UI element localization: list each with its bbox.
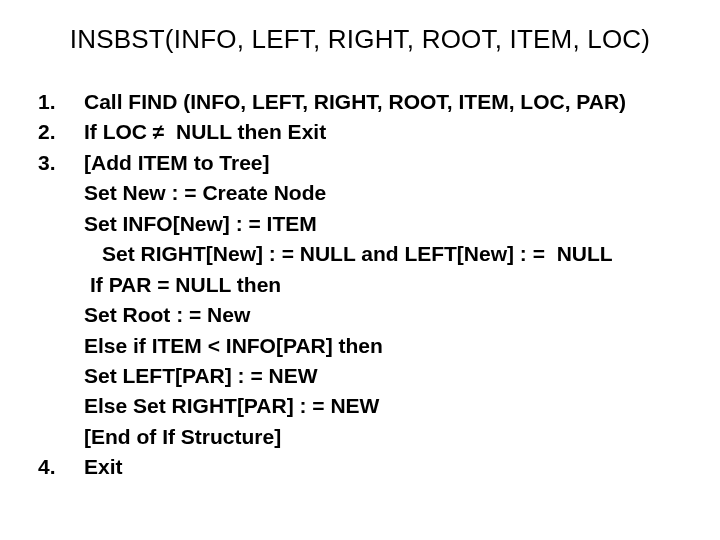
line-text: Else if ITEM < INFO[PAR] then <box>84 331 690 361</box>
line-text: Else Set RIGHT[PAR] : = NEW <box>84 391 690 421</box>
line-number: 3. <box>30 148 84 178</box>
line-text: [End of If Structure] <box>84 422 690 452</box>
algo-line: Else if ITEM < INFO[PAR] then <box>30 331 690 361</box>
algo-line: 2. If LOC ≠ NULL then Exit <box>30 117 690 147</box>
algo-line: 1. Call FIND (INFO, LEFT, RIGHT, ROOT, I… <box>30 87 690 117</box>
line-text: Set LEFT[PAR] : = NEW <box>84 361 690 391</box>
algo-line: Set RIGHT[New] : = NULL and LEFT[New] : … <box>30 239 690 269</box>
algo-line: [End of If Structure] <box>30 422 690 452</box>
algo-line: 3. [Add ITEM to Tree] <box>30 148 690 178</box>
line-text: Exit <box>84 452 690 482</box>
algo-line: Set Root : = New <box>30 300 690 330</box>
line-text: Set Root : = New <box>84 300 690 330</box>
line-text: Set New : = Create Node <box>84 178 690 208</box>
algo-line: Set New : = Create Node <box>30 178 690 208</box>
algo-line: Set LEFT[PAR] : = NEW <box>30 361 690 391</box>
line-text: Set INFO[New] : = ITEM <box>84 209 690 239</box>
line-text: [Add ITEM to Tree] <box>84 148 690 178</box>
line-text: If PAR = NULL then <box>84 270 690 300</box>
line-text: If LOC ≠ NULL then Exit <box>84 117 690 147</box>
algo-line: Set INFO[New] : = ITEM <box>30 209 690 239</box>
line-text: Call FIND (INFO, LEFT, RIGHT, ROOT, ITEM… <box>84 87 690 117</box>
algorithm-body: 1. Call FIND (INFO, LEFT, RIGHT, ROOT, I… <box>30 87 690 483</box>
algo-line: Else Set RIGHT[PAR] : = NEW <box>30 391 690 421</box>
algo-line: 4. Exit <box>30 452 690 482</box>
line-number: 2. <box>30 117 84 147</box>
line-text: Set RIGHT[New] : = NULL and LEFT[New] : … <box>84 239 690 269</box>
algorithm-title: INSBST(INFO, LEFT, RIGHT, ROOT, ITEM, LO… <box>30 24 690 55</box>
algo-line: If PAR = NULL then <box>30 270 690 300</box>
line-number: 4. <box>30 452 84 482</box>
line-number: 1. <box>30 87 84 117</box>
